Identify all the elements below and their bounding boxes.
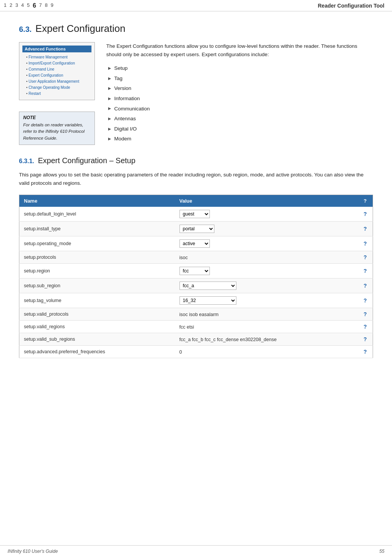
nav-page-1[interactable]: 1 bbox=[4, 2, 6, 9]
nav-page-2[interactable]: 2 bbox=[9, 2, 12, 9]
help-icon[interactable]: ? bbox=[358, 222, 373, 236]
section-number: 6.3. bbox=[19, 25, 31, 34]
row-name-cell: setup.advanced.preferred_frequencies bbox=[19, 346, 175, 358]
subsection-heading: 6.3.1. Expert Configuration – Setup bbox=[19, 156, 373, 165]
screenshot-item[interactable]: Import/Export Configuration bbox=[26, 60, 91, 66]
table-row: setup.valid_protocolsisoc isob easalarm? bbox=[19, 308, 373, 321]
row-name-cell: setup.install_type bbox=[19, 222, 175, 236]
col-help: ? bbox=[358, 195, 373, 207]
row-name-cell: setup.sub_region bbox=[19, 278, 175, 293]
bullet-item: Modem bbox=[108, 135, 373, 143]
section-heading: 6.3. Expert Configuration bbox=[19, 23, 373, 35]
table-row: setup.operating_modeactivepassivestandby… bbox=[19, 236, 373, 251]
subsection-title: Expert Configuration – Setup bbox=[38, 156, 135, 165]
row-value-cell[interactable]: activepassivestandby bbox=[175, 236, 358, 251]
subsection-6-3-1: 6.3.1. Expert Configuration – Setup This… bbox=[19, 156, 373, 358]
screenshot-box: Advanced Functions Firmware ManagementIm… bbox=[19, 42, 95, 100]
page-header: 123456789 Reader Configuration Tool bbox=[0, 0, 392, 11]
bullet-item: Communication bbox=[108, 105, 373, 113]
row-name-cell: setup.valid_sub_regions bbox=[19, 333, 175, 346]
nav-page-7[interactable]: 7 bbox=[39, 2, 42, 9]
row-name-cell: setup.region bbox=[19, 264, 175, 278]
screenshot-box-title: Advanced Functions bbox=[22, 46, 91, 52]
row-name-cell: setup.default_login_level bbox=[19, 207, 175, 222]
help-icon[interactable]: ? bbox=[358, 308, 373, 321]
table-row: setup.valid_sub_regionsfcc_a fcc_b fcc_c… bbox=[19, 333, 373, 346]
intro-section: Advanced Functions Firmware ManagementIm… bbox=[19, 42, 373, 145]
intro-paragraph: The Expert Configuration functions allow… bbox=[106, 42, 373, 58]
note-box: NOTE For details on reader variables, re… bbox=[19, 112, 95, 145]
row-name-cell: setup.valid_regions bbox=[19, 321, 175, 333]
row-value-cell[interactable]: isoc bbox=[175, 251, 358, 264]
config-table: Name Value ? setup.default_login_levelgu… bbox=[19, 195, 373, 358]
row-name-cell: setup.valid_protocols bbox=[19, 308, 175, 321]
row-value-cell[interactable]: portalstandalonehandheld bbox=[175, 222, 358, 236]
table-row: setup.sub_regionfcc_afcc_bfcc_c? bbox=[19, 278, 373, 293]
subsection-description: This page allows you to set the basic op… bbox=[19, 171, 373, 187]
section-title: Expert Configuration bbox=[35, 23, 125, 35]
help-icon[interactable]: ? bbox=[358, 251, 373, 264]
help-icon[interactable]: ? bbox=[358, 293, 373, 308]
screenshot-item[interactable]: User Application Management bbox=[26, 79, 91, 85]
value-text-setup.valid_regions: fcc etsi bbox=[179, 324, 194, 330]
nav-page-5[interactable]: 5 bbox=[27, 2, 30, 9]
col-name: Name bbox=[19, 195, 175, 207]
bullet-item: Digital I/O bbox=[108, 125, 373, 133]
bullet-item: Version bbox=[108, 84, 373, 93]
main-content: 6.3. Expert Configuration Advanced Funct… bbox=[0, 11, 392, 387]
table-row: setup.tag_volume16_328_1632_64? bbox=[19, 293, 373, 308]
screenshot-item[interactable]: Firmware Management bbox=[26, 54, 91, 60]
footer-right: 55 bbox=[379, 549, 384, 554]
help-icon[interactable]: ? bbox=[358, 278, 373, 293]
help-icon[interactable]: ? bbox=[358, 264, 373, 278]
footer-left: INfinity 610 User's Guide bbox=[8, 549, 58, 554]
screenshot-item[interactable]: Restart bbox=[26, 91, 91, 97]
table-row: setup.protocolsisoc? bbox=[19, 251, 373, 264]
value-select-setup.region[interactable]: fccetsiaus bbox=[179, 267, 210, 275]
value-text-setup.valid_protocols: isoc isob easalarm bbox=[179, 312, 219, 317]
intro-text: The Expert Configuration functions allow… bbox=[106, 42, 373, 145]
row-name-cell: setup.tag_volume bbox=[19, 293, 175, 308]
subsection-number: 6.3.1. bbox=[19, 158, 34, 165]
value-select-setup.tag_volume[interactable]: 16_328_1632_64 bbox=[179, 296, 236, 305]
value-text-setup.valid_sub_regions: fcc_a fcc_b fcc_c fcc_dense en302208_den… bbox=[179, 337, 277, 342]
screenshot-item[interactable]: Change Operating Mode bbox=[26, 85, 91, 91]
help-icon[interactable]: ? bbox=[358, 236, 373, 251]
row-name-cell: setup.operating_mode bbox=[19, 236, 175, 251]
nav-page-9[interactable]: 9 bbox=[51, 2, 54, 9]
row-value-cell[interactable]: isoc isob easalarm bbox=[175, 308, 358, 321]
bullet-list: SetupTagVersionInformationCommunicationA… bbox=[106, 64, 373, 143]
screenshot-item[interactable]: Command Line bbox=[26, 66, 91, 72]
row-value-cell[interactable]: 16_328_1632_64 bbox=[175, 293, 358, 308]
page-footer: INfinity 610 User's Guide 55 bbox=[0, 545, 392, 557]
value-text-setup.advanced.preferred_frequencies: 0 bbox=[179, 349, 182, 355]
row-value-cell[interactable]: fcc_afcc_bfcc_c bbox=[175, 278, 358, 293]
bullet-item: Information bbox=[108, 94, 373, 103]
screenshot-box-list: Firmware ManagementImport/Export Configu… bbox=[22, 54, 91, 97]
nav-page-8[interactable]: 8 bbox=[45, 2, 47, 9]
page-navigation[interactable]: 123456789 bbox=[4, 2, 54, 9]
row-value-cell[interactable]: fcc_a fcc_b fcc_c fcc_dense en302208_den… bbox=[175, 333, 358, 346]
row-value-cell[interactable]: fccetsiaus bbox=[175, 264, 358, 278]
value-select-setup.install_type[interactable]: portalstandalonehandheld bbox=[179, 225, 214, 233]
value-select-setup.sub_region[interactable]: fcc_afcc_bfcc_c bbox=[179, 282, 236, 290]
help-icon[interactable]: ? bbox=[358, 333, 373, 346]
note-label: NOTE bbox=[23, 115, 91, 120]
help-icon[interactable]: ? bbox=[358, 321, 373, 333]
help-icon[interactable]: ? bbox=[358, 346, 373, 358]
nav-page-3[interactable]: 3 bbox=[15, 2, 18, 9]
value-select-setup.default_login_level[interactable]: guestadminuser bbox=[179, 210, 210, 218]
app-title: Reader Configuration Tool bbox=[318, 3, 384, 9]
left-column: Advanced Functions Firmware ManagementIm… bbox=[19, 42, 95, 145]
help-icon[interactable]: ? bbox=[358, 207, 373, 222]
table-row: setup.install_typeportalstandalonehandhe… bbox=[19, 222, 373, 236]
row-value-cell[interactable]: guestadminuser bbox=[175, 207, 358, 222]
row-value-cell[interactable]: fcc etsi bbox=[175, 321, 358, 333]
row-value-cell[interactable]: 0 bbox=[175, 346, 358, 358]
value-select-setup.operating_mode[interactable]: activepassivestandby bbox=[179, 239, 210, 248]
screenshot-item[interactable]: Expert Configuration bbox=[26, 72, 91, 79]
table-row: setup.regionfccetsiaus? bbox=[19, 264, 373, 278]
nav-page-6[interactable]: 6 bbox=[33, 2, 36, 9]
nav-page-4[interactable]: 4 bbox=[21, 2, 24, 9]
bullet-item: Setup bbox=[108, 64, 373, 72]
